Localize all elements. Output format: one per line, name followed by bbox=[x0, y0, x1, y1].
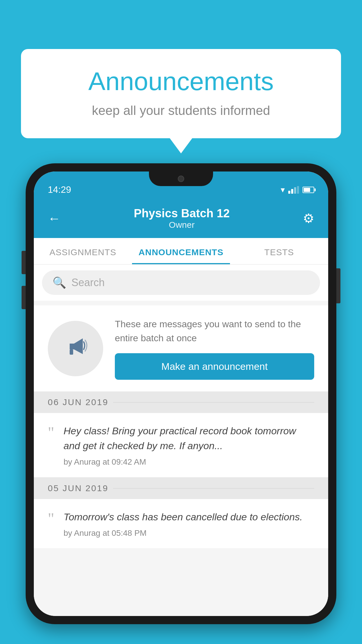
speech-bubble-title: Announcements bbox=[44, 66, 318, 96]
quote-icon-1: " bbox=[48, 425, 54, 440]
header-title: Physics Batch 12 bbox=[134, 207, 230, 220]
status-time: 14:29 bbox=[48, 184, 71, 195]
tabs-bar: ASSIGNMENTS ANNOUNCEMENTS TESTS bbox=[34, 238, 328, 265]
settings-icon[interactable]: ⚙ bbox=[303, 211, 314, 226]
date-label-2: 05 JUN 2019 bbox=[48, 483, 108, 493]
camera-dot bbox=[178, 176, 184, 182]
header-title-group: Physics Batch 12 Owner bbox=[134, 207, 230, 230]
tab-tests[interactable]: TESTS bbox=[230, 238, 328, 264]
back-button[interactable]: ← bbox=[48, 211, 61, 226]
power-button[interactable] bbox=[336, 268, 340, 303]
header-subtitle: Owner bbox=[134, 220, 230, 230]
search-placeholder: Search bbox=[71, 276, 105, 289]
announcement-meta-1: by Anurag at 09:42 AM bbox=[64, 457, 314, 467]
volume-up-button[interactable] bbox=[22, 251, 26, 274]
promo-icon-circle bbox=[48, 321, 103, 376]
speech-bubble: Announcements keep all your students inf… bbox=[21, 49, 341, 138]
date-line-1 bbox=[113, 402, 314, 402]
tab-announcements[interactable]: ANNOUNCEMENTS bbox=[132, 238, 230, 264]
announcement-content-2: Tomorrow's class has been cancelled due … bbox=[64, 510, 314, 538]
phone-container: 14:29 ▾ ← Phys bbox=[26, 163, 336, 644]
app-header: ← Physics Batch 12 Owner ⚙ bbox=[34, 200, 328, 238]
date-label-1: 06 JUN 2019 bbox=[48, 397, 108, 407]
tab-assignments[interactable]: ASSIGNMENTS bbox=[34, 238, 132, 264]
wifi-icon: ▾ bbox=[281, 185, 285, 195]
status-icons: ▾ bbox=[281, 185, 314, 195]
volume-down-button[interactable] bbox=[22, 286, 26, 309]
date-separator-1: 06 JUN 2019 bbox=[34, 391, 328, 413]
signal-bars-icon bbox=[288, 186, 299, 194]
date-separator-2: 05 JUN 2019 bbox=[34, 477, 328, 499]
date-line-2 bbox=[113, 488, 314, 489]
megaphone-icon bbox=[62, 332, 89, 364]
battery-icon bbox=[303, 187, 314, 193]
svg-rect-0 bbox=[70, 349, 73, 355]
promo-content: These are messages you want to send to t… bbox=[115, 317, 314, 380]
content-area: 🔍 Search bbox=[34, 265, 328, 616]
phone-screen: 14:29 ▾ ← Phys bbox=[34, 172, 328, 616]
phone-notch bbox=[149, 172, 213, 186]
announcement-item-2[interactable]: " Tomorrow's class has been cancelled du… bbox=[34, 499, 328, 549]
promo-card: These are messages you want to send to t… bbox=[34, 305, 328, 391]
quote-icon-2: " bbox=[48, 511, 54, 526]
phone-outer: 14:29 ▾ ← Phys bbox=[26, 163, 336, 624]
announcement-text-1: Hey class! Bring your practical record b… bbox=[64, 424, 314, 453]
search-bar[interactable]: 🔍 Search bbox=[42, 270, 320, 295]
make-announcement-button[interactable]: Make an announcement bbox=[115, 353, 314, 380]
announcement-item-1[interactable]: " Hey class! Bring your practical record… bbox=[34, 413, 328, 477]
search-icon: 🔍 bbox=[52, 276, 66, 289]
speech-bubble-subtitle: keep all your students informed bbox=[44, 103, 318, 118]
announcement-text-2: Tomorrow's class has been cancelled due … bbox=[64, 510, 314, 524]
announcement-meta-2: by Anurag at 05:48 PM bbox=[64, 528, 314, 538]
announcement-content-1: Hey class! Bring your practical record b… bbox=[64, 424, 314, 467]
promo-description: These are messages you want to send to t… bbox=[115, 317, 314, 345]
speech-bubble-container: Announcements keep all your students inf… bbox=[21, 49, 341, 138]
search-container: 🔍 Search bbox=[34, 265, 328, 301]
